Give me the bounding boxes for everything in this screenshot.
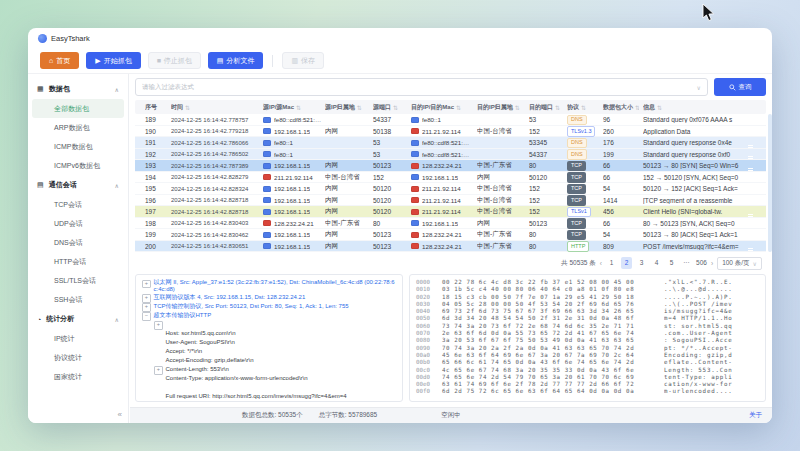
page-button[interactable]: 3 — [636, 257, 647, 269]
collapse-icon[interactable]: ∧ — [115, 86, 119, 93]
tree-item[interactable]: +Content-Length: 553\r\n — [142, 366, 396, 375]
collapse-node-icon[interactable]: − — [142, 312, 151, 321]
expand-node-icon[interactable]: + — [142, 303, 151, 312]
table-scrollbar[interactable] — [768, 114, 772, 252]
toolbar-button-stop-capture[interactable]: ■停止抓包 — [148, 52, 201, 69]
collapse-icon[interactable]: ∧ — [115, 316, 119, 323]
sidebar-item-icmp-packets[interactable]: ICMP数据包 — [28, 137, 128, 156]
table-row[interactable]: 1942024-12-25 16:14:42.828279211.21.92.1… — [135, 172, 766, 184]
hex-row[interactable]: 00d074 65 6e 74 2d 54 79 70 65 3a 20 61 … — [416, 374, 759, 381]
sidebar-section-statistics[interactable]: ◔统计分析∧ — [28, 309, 128, 329]
sort-icon[interactable]: ⇅ — [393, 104, 398, 111]
page-button[interactable]: 506 — [696, 257, 707, 269]
expand-node-icon[interactable]: + — [154, 366, 163, 375]
tree-item[interactable]: −超文本传输协议HTTP — [142, 312, 396, 321]
sort-icon[interactable]: ⇅ — [515, 104, 520, 111]
sidebar-item-ssl-tls-sessions[interactable]: SSL/TLS会话 — [28, 271, 128, 290]
sidebar-item-dns-sessions[interactable]: DNS会话 — [28, 233, 128, 252]
column-header[interactable]: 协议⇅ — [567, 103, 599, 112]
page-size-select[interactable]: 100 条/页∨ — [717, 257, 762, 270]
table-row[interactable]: 1982024-12-25 16:14:42.830403128.232.24.… — [135, 218, 766, 230]
tree-item[interactable]: +互联网协议版本 4, Src: 192.168.1.15, Dst: 128.… — [142, 294, 396, 303]
sidebar-item-icmpv6-packets[interactable]: ICMPv6数据包 — [28, 156, 128, 175]
column-header[interactable]: 数据包大小⇅ — [603, 103, 639, 112]
hex-row[interactable]: 00702e 63 6f 6d 0d 0a 55 73 65 72 2d 41 … — [416, 330, 759, 337]
collapse-icon[interactable]: ∧ — [115, 182, 119, 189]
table-row[interactable]: 1932024-12-25 16:14:42.787389192.168.1.1… — [135, 160, 766, 172]
hex-row[interactable]: 001003 1b 5c c4 40 00 80 06 40 64 c0 a8 … — [416, 286, 759, 293]
sidebar-item-all-packets[interactable]: 全部数据包 — [32, 99, 124, 118]
tree-item[interactable]: User-Agent: SogouPSI\r\n — [142, 339, 396, 348]
expand-node-icon[interactable]: + — [142, 294, 151, 303]
sort-icon[interactable]: ⇅ — [555, 104, 560, 111]
hex-row[interactable]: 00a045 6e 63 6f 64 69 6e 67 3a 20 67 7a … — [416, 352, 759, 359]
hex-row[interactable]: 00f06d 2d 75 72 6c 65 6e 63 6f 64 65 64 … — [416, 388, 759, 395]
hex-row[interactable]: 00e063 61 74 69 6f 6e 2f 78 2d 77 77 77 … — [416, 381, 759, 388]
page-button[interactable]: 2 — [621, 257, 632, 269]
toolbar-button-save[interactable]: ▥保存 — [282, 52, 324, 69]
next-page-icon[interactable]: › — [711, 260, 713, 267]
sidebar-item-arp-packets[interactable]: ARP数据包 — [28, 118, 128, 137]
sidebar-item-ip-stats[interactable]: IP统计 — [28, 329, 128, 348]
sidebar-item-ssh-sessions[interactable]: SSH会话 — [28, 290, 128, 309]
tree-item[interactable]: Content-Type: application/x-www-form-url… — [142, 375, 396, 384]
search-button[interactable]: 查询 — [714, 78, 766, 96]
table-row[interactable]: 1972024-12-25 16:14:42.828718192.168.1.1… — [135, 206, 766, 218]
hex-row[interactable]: 004069 73 2f 6d 73 75 67 67 3f 69 66 63 … — [416, 308, 759, 315]
expand-node-icon[interactable]: + — [142, 280, 151, 289]
column-header[interactable]: 信息⇅ — [643, 103, 742, 112]
sort-icon[interactable]: ⇅ — [657, 104, 662, 111]
sidebar-section-sessions[interactable]: ▤通信会话∧ — [28, 175, 128, 195]
sort-icon[interactable]: ⇅ — [357, 104, 362, 111]
expand-node-icon[interactable]: + — [154, 321, 163, 330]
hex-row[interactable]: 009070 74 3a 20 2a 2f 2a 0d 0a 41 63 63 … — [416, 345, 759, 352]
hex-row[interactable]: 003004 05 5c 28 00 00 50 4f 53 54 20 2f … — [416, 301, 759, 308]
tree-item[interactable]: Full request URI: http://sor.html5.qq.co… — [142, 393, 396, 402]
tree-item[interactable]: Accept-Encoding: gzip,deflate\r\n — [142, 357, 396, 366]
sidebar-item-protocol-stats[interactable]: 协议统计 — [28, 348, 128, 367]
page-button[interactable]: 4 — [651, 257, 662, 269]
tree-item[interactable]: Accept: */*\r\n — [142, 348, 396, 357]
hex-row[interactable]: 002018 15 c3 cb 00 50 7f 7e 07 1a 29 e5 … — [416, 294, 759, 301]
tree-item[interactable] — [142, 384, 396, 393]
tree-item[interactable]: +TCP传输控制协议, Src Port: 50123, Dst Port: 8… — [142, 303, 396, 312]
table-row[interactable]: 1952024-12-25 16:14:42.828324192.168.1.1… — [135, 183, 766, 195]
table-row[interactable]: 1902024-12-25 16:14:42.779218192.168.1.1… — [135, 126, 766, 138]
sidebar-item-country-stats[interactable]: 国家统计 — [28, 367, 128, 386]
tree-item[interactable]: Host: sor.html5.qq.com\r\n — [142, 330, 396, 339]
column-header[interactable]: 源IP/源Mac⇅ — [263, 103, 321, 112]
table-row[interactable]: 1962024-12-25 16:14:42.828718192.168.1.1… — [135, 195, 766, 207]
filter-input[interactable]: 请输入过滤表达式 ∨ — [135, 78, 708, 96]
table-row[interactable]: 1992024-12-25 16:14:42.830462192.168.1.1… — [135, 229, 766, 241]
sort-icon[interactable]: ⇅ — [185, 104, 190, 111]
table-row[interactable]: 2002024-12-25 16:14:42.830651192.168.1.1… — [135, 241, 766, 253]
sidebar-collapse-icon[interactable]: « — [118, 410, 122, 419]
hex-row[interactable]: 00506d 3d 34 20 48 54 54 50 2f 31 2e 31 … — [416, 315, 759, 322]
column-header[interactable]: 时间⇅ — [171, 103, 259, 112]
page-button[interactable]: 5 — [666, 257, 677, 269]
column-header[interactable]: 目的端口⇅ — [529, 103, 563, 112]
toolbar-button-home[interactable]: ⌂首页 — [40, 52, 79, 69]
chevron-down-icon[interactable]: ∨ — [697, 84, 701, 91]
hex-row[interactable]: 000000 22 78 6c 4c d8 3c 22 fb 37 e1 52 … — [416, 279, 759, 286]
hex-row[interactable]: 00b065 66 6c 61 74 65 0d 0a 43 6f 6e 74 … — [416, 359, 759, 366]
tree-item[interactable]: +以太网 II, Src: Apple_37:e1:52 (3c:22:fb:3… — [142, 279, 396, 294]
toolbar-button-analyze-file[interactable]: ▤分析文件 — [208, 52, 264, 69]
column-header[interactable]: 目的IP/目的Mac⇅ — [411, 103, 473, 112]
column-header[interactable]: 目的IP归属地⇅ — [477, 103, 525, 112]
column-header[interactable]: 源IP归属地⇅ — [325, 103, 369, 112]
sort-icon[interactable]: ⇅ — [635, 104, 639, 111]
sort-icon[interactable]: ⇅ — [581, 104, 586, 111]
about-link[interactable]: 关于 — [749, 411, 762, 420]
table-row[interactable]: 1912024-12-25 16:14:42.786066fe80::153fe… — [135, 137, 766, 149]
toolbar-button-start-capture[interactable]: ▶开始抓包 — [86, 52, 140, 69]
prev-page-icon[interactable]: ‹ — [600, 260, 602, 267]
hex-row[interactable]: 00c04c 65 6e 67 74 68 3a 20 35 35 33 0d … — [416, 367, 759, 374]
hex-row[interactable]: 00803a 20 53 6f 67 6f 75 50 53 49 0d 0a … — [416, 337, 759, 344]
sidebar-section-packets[interactable]: ▦数据包∧ — [28, 79, 128, 99]
sidebar-item-http-sessions[interactable]: HTTP会话 — [28, 252, 128, 271]
sidebar-item-tcp-sessions[interactable]: TCP会话 — [28, 195, 128, 214]
table-row[interactable]: 1922024-12-25 16:14:42.786502fe80::153fe… — [135, 149, 766, 161]
tree-item[interactable]: + — [142, 321, 396, 330]
sort-icon[interactable]: ⇅ — [456, 104, 461, 111]
